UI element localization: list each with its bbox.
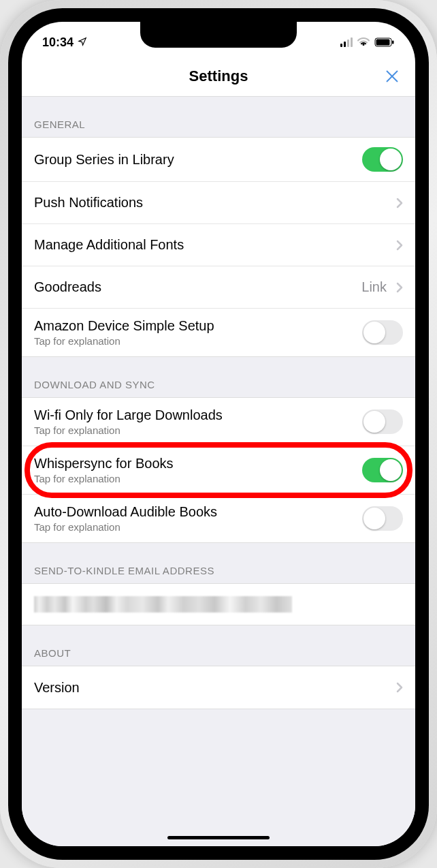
row-whispersync[interactable]: Whispersync for Books Tap for explanatio… (22, 446, 415, 495)
status-right (340, 37, 395, 47)
row-version[interactable]: Version (22, 666, 415, 709)
chevron-right-icon (396, 240, 403, 251)
row-simple-setup[interactable]: Amazon Device Simple Setup Tap for expla… (22, 309, 415, 356)
svg-rect-1 (376, 40, 390, 46)
home-indicator[interactable] (167, 836, 270, 839)
section-header-send-to-kindle: SEND-TO-KINDLE EMAIL ADDRESS (22, 543, 415, 583)
status-left: 10:34 (42, 35, 87, 50)
notch (140, 22, 297, 48)
row-auto-audible[interactable]: Auto-Download Audible Books Tap for expl… (22, 495, 415, 542)
wifi-icon (357, 37, 370, 47)
status-time: 10:34 (42, 35, 74, 50)
row-subtitle: Tap for explanation (34, 521, 362, 533)
row-wifi-only[interactable]: Wi-fi Only for Large Downloads Tap for e… (22, 398, 415, 446)
row-title: Goodreads (34, 279, 361, 295)
toggle-simple-setup[interactable] (362, 320, 403, 345)
list-about: Version (22, 666, 415, 709)
chevron-right-icon (396, 682, 403, 693)
row-title: Version (34, 680, 391, 696)
row-title: Whispersync for Books (34, 456, 362, 471)
device-frame: 10:34 (0, 0, 437, 868)
screen: 10:34 (22, 22, 415, 846)
section-header-download-sync: DOWNLOAD AND SYNC (22, 357, 415, 397)
list-send-to-kindle (22, 583, 415, 625)
row-manage-fonts[interactable]: Manage Additional Fonts (22, 224, 415, 266)
location-arrow-icon (78, 35, 87, 50)
row-title: Auto-Download Audible Books (34, 504, 362, 520)
settings-content[interactable]: GENERAL Group Series in Library Push Not… (22, 97, 415, 846)
row-title: Group Series in Library (34, 152, 362, 168)
row-title: Amazon Device Simple Setup (34, 318, 362, 334)
section-header-about: ABOUT (22, 625, 415, 666)
cellular-icon (340, 37, 353, 47)
close-icon (384, 68, 400, 84)
row-subtitle: Tap for explanation (34, 335, 362, 347)
battery-icon (374, 37, 395, 47)
close-button[interactable] (384, 68, 400, 84)
row-title: Wi-fi Only for Large Downloads (34, 407, 362, 423)
toggle-group-series[interactable] (362, 147, 403, 172)
chevron-right-icon (396, 282, 403, 293)
toggle-whispersync[interactable] (362, 458, 403, 482)
list-general: Group Series in Library Push Notificatio… (22, 137, 415, 357)
redacted-email (34, 596, 292, 613)
toggle-auto-audible[interactable] (362, 506, 403, 531)
section-header-general: GENERAL (22, 97, 415, 137)
row-subtitle: Tap for explanation (34, 473, 362, 484)
chevron-right-icon (396, 198, 403, 208)
nav-header: Settings (22, 56, 415, 97)
row-subtitle: Tap for explanation (34, 424, 362, 436)
row-title: Push Notifications (34, 195, 391, 211)
row-group-series[interactable]: Group Series in Library (22, 138, 415, 182)
page-title: Settings (189, 67, 248, 85)
toggle-wifi-only[interactable] (362, 409, 403, 434)
row-goodreads[interactable]: Goodreads Link (22, 266, 415, 309)
svg-rect-2 (392, 41, 394, 44)
row-kindle-email[interactable] (22, 584, 415, 625)
list-download-sync: Wi-fi Only for Large Downloads Tap for e… (22, 397, 415, 543)
device-bezel: 10:34 (8, 8, 429, 860)
row-value: Link (361, 279, 387, 295)
row-push-notifications[interactable]: Push Notifications (22, 182, 415, 224)
row-title: Manage Additional Fonts (34, 237, 391, 253)
